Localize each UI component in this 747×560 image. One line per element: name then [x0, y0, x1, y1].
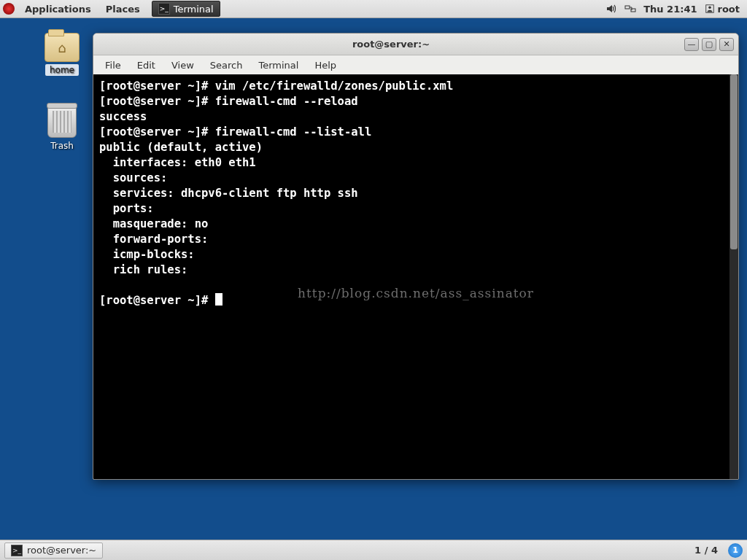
- workspace-indicator[interactable]: 1 / 4: [689, 545, 724, 556]
- desktop-icon-trash[interactable]: Trash: [33, 106, 91, 152]
- maximize-button[interactable]: ▢: [702, 38, 716, 51]
- bottom-panel: >_ root@server:~ 1 / 4 1: [0, 540, 747, 560]
- clock[interactable]: Thu 21:41: [643, 4, 697, 15]
- window-titlebar[interactable]: root@server:~ — ▢ ✕: [93, 34, 738, 55]
- taskbar-entry-label: root@server:~: [27, 545, 96, 556]
- user-menu[interactable]: root: [705, 4, 740, 15]
- home-icon: ⌂: [45, 34, 79, 61]
- watermark-text: http://blog.csdn.net/ass_assinator: [93, 286, 738, 301]
- system-tray: Thu 21:41 root: [605, 3, 744, 15]
- close-button[interactable]: ✕: [719, 38, 734, 51]
- notification-badge[interactable]: 1: [728, 543, 743, 558]
- distro-icon: [3, 3, 15, 15]
- terminal-icon: >_: [11, 545, 23, 556]
- panel-task-label: Terminal: [174, 4, 214, 15]
- scrollbar-thumb[interactable]: [730, 74, 738, 249]
- menu-terminal[interactable]: Terminal: [251, 58, 306, 72]
- top-panel: Applications Places >_ Terminal Thu 21:4…: [0, 0, 747, 18]
- desktop-icon-label: Trash: [46, 140, 78, 152]
- taskbar-entry-terminal[interactable]: >_ root@server:~: [4, 542, 103, 559]
- svg-rect-0: [625, 6, 630, 9]
- user-label: root: [718, 4, 740, 15]
- panel-task-terminal[interactable]: >_ Terminal: [152, 1, 220, 17]
- user-icon: [705, 4, 715, 14]
- trash-icon: [47, 106, 77, 138]
- desktop-icon-home[interactable]: ⌂ home: [33, 33, 91, 76]
- volume-icon[interactable]: [605, 3, 617, 15]
- folder-icon: ⌂: [44, 33, 80, 62]
- applications-menu[interactable]: Applications: [18, 0, 98, 18]
- terminal-icon: >_: [158, 3, 170, 15]
- terminal-output: [root@server ~]# vim /etc/firewalld/zone…: [95, 76, 737, 311]
- menu-search[interactable]: Search: [203, 58, 250, 72]
- minimize-button[interactable]: —: [684, 38, 699, 51]
- menu-view[interactable]: View: [164, 58, 201, 72]
- menu-help[interactable]: Help: [307, 58, 344, 72]
- window-menubar: File Edit View Search Terminal Help: [93, 55, 738, 74]
- menu-file[interactable]: File: [98, 58, 128, 72]
- svg-point-3: [708, 7, 711, 9]
- network-icon[interactable]: [624, 3, 636, 15]
- desktop-icon-label: home: [45, 64, 79, 76]
- window-title: root@server:~: [98, 39, 684, 50]
- terminal-body[interactable]: [root@server ~]# vim /etc/firewalld/zone…: [93, 74, 738, 479]
- window-controls: — ▢ ✕: [684, 38, 734, 51]
- terminal-scrollbar[interactable]: [729, 74, 738, 479]
- terminal-window: root@server:~ — ▢ ✕ File Edit View Searc…: [93, 33, 739, 480]
- places-menu[interactable]: Places: [98, 0, 147, 18]
- menu-edit[interactable]: Edit: [130, 58, 163, 72]
